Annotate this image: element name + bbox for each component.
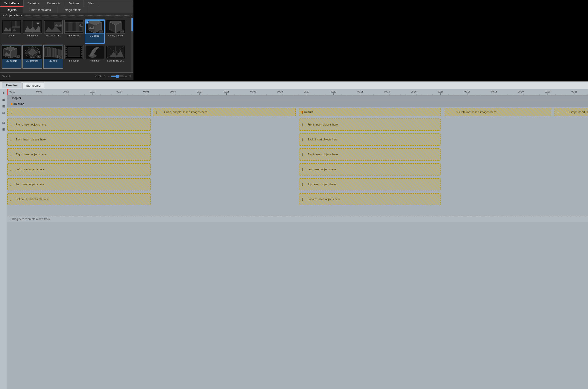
tab-text-effects[interactable]: Text effects (0, 0, 24, 7)
effect-3d-cuboid[interactable]: 3D 3D cuboid (1, 45, 22, 69)
svg-rect-48 (65, 56, 67, 57)
tab-fade-ins[interactable]: Fade-ins (24, 0, 43, 7)
badge-3d-rotation: 3D (37, 55, 41, 58)
ruler-subtick (582, 94, 582, 95)
effect-animator-label: Animator (85, 59, 104, 62)
ruler-tick-15: 00:15 (411, 91, 417, 95)
cuboid-insert-images[interactable]: ↓ (299, 108, 441, 116)
effect-picture-in-picture[interactable]: Picture-in-pi... (43, 19, 63, 44)
arrow-bottom-1: ↓ (9, 196, 12, 202)
ruler-tick-18: 00:18 (491, 91, 497, 95)
track-cuboid-bottom[interactable]: ↓ Bottom: Insert objects here (299, 193, 441, 205)
insert-arrow-3: ↓ (301, 109, 304, 115)
zoom-slider[interactable] (111, 75, 124, 78)
ruler-subtick (47, 94, 47, 95)
effect-cube-simple[interactable]: 3D Cube, simple (106, 19, 126, 44)
3d-cube-block-container: ↓ (7, 107, 152, 117)
tab-files[interactable]: Files (83, 0, 98, 7)
track-cuboid-back[interactable]: ↓ Back: Insert objects here (299, 133, 441, 146)
effect-ken-burns[interactable]: Ken Burns ef... (106, 45, 126, 69)
ruler-tick-17: 00:17 (464, 91, 470, 95)
track-3dcube-right[interactable]: ↓ Right: Insert objects here (7, 148, 151, 161)
tab-motions[interactable]: Motions (65, 0, 84, 7)
clear-search-icon[interactable]: ✕ (95, 75, 97, 78)
3d-strip-label: 3D strip: Insert images here (566, 110, 588, 114)
track-3dcube-left[interactable]: ↓ Left: Insert objects here (7, 163, 151, 175)
tool-icon-5[interactable]: ⊠ (1, 127, 6, 132)
insert-arrow-1: ↓ (10, 109, 12, 115)
3d-rotation-insert-images[interactable]: ↓ 3D rotation: Insert images here (445, 108, 551, 116)
effect-filmstrip[interactable]: Filmstrip (64, 45, 84, 69)
ruler-subtick (202, 94, 202, 95)
3d-rotation-label: 3D rotation: Insert images here (456, 110, 496, 114)
ruler-subtick (111, 94, 111, 95)
ruler-marks: 00:0000:0100:0200:0300:0400:0500:0600:07… (7, 89, 588, 95)
effects-scroll-thumb[interactable] (131, 18, 133, 32)
playhead[interactable] (7, 89, 8, 95)
arrow-back-1: ↓ (9, 137, 12, 142)
ruler-subtick (315, 94, 315, 95)
label-front-1: Front: Insert objects here (16, 123, 46, 126)
track-3dcube-bottom[interactable]: ↓ Bottom: Insert objects here (7, 193, 151, 205)
effect-3d-cube[interactable]: - 3D 3D cube (85, 19, 105, 44)
ruler-subtick (320, 94, 320, 95)
arrow-front-1: ↓ (9, 122, 12, 128)
track-cuboid-top[interactable]: ↓ Top: Insert objects here (299, 178, 441, 191)
tab-image-effects[interactable]: Image effects (58, 7, 88, 13)
effect-sublayout[interactable]: Sublayout (22, 19, 42, 44)
track-cuboid-left[interactable]: ↓ Left: Insert objects here (299, 163, 441, 175)
tool-icon-4[interactable]: ⊟ (1, 120, 6, 125)
effect-3d-cuboid-label: 3D cuboid (2, 60, 21, 62)
tab-storyboard[interactable]: Storyboard (22, 83, 45, 88)
tab-fade-outs[interactable]: Fade-outs (43, 0, 65, 7)
effects-scrollbar[interactable] (131, 18, 133, 72)
ruler-subtick (561, 94, 561, 95)
ruler-subtick (26, 94, 26, 95)
track-cuboid-right[interactable]: ↓ Right: Insert objects here (299, 148, 441, 161)
tool-icon-3[interactable]: ⊠ (1, 110, 6, 116)
ruler-subtick (192, 94, 192, 95)
group-collapse-btn[interactable]: − (8, 102, 10, 106)
ruler-subtick (309, 94, 309, 95)
arrow-top-1: ↓ (9, 181, 12, 187)
3d-cube-insert-images[interactable]: ↓ (7, 108, 151, 116)
zoom-minus-icon[interactable]: − (107, 74, 109, 78)
zoom-plus-icon[interactable]: + (125, 74, 127, 78)
tool-icon-2[interactable]: ⊟ (1, 104, 6, 109)
label-cuboid-back: Back: Insert objects here (308, 138, 337, 141)
effect-image-strip[interactable]: Image strip (64, 19, 84, 44)
tab-smart-templates[interactable]: Smart templates (23, 7, 58, 13)
effect-3d-strip[interactable]: 3D 3D strip (43, 45, 63, 69)
ruler-subtick (577, 94, 577, 95)
effect-3d-rotation[interactable]: 3D 3D rotation (22, 45, 42, 69)
svg-rect-17 (69, 22, 72, 32)
track-cuboid-front[interactable]: ↓ Front: Insert objects here (299, 119, 441, 131)
cube-simple-insert-images[interactable]: ↓ Cube, simple: Insert images here (153, 108, 296, 116)
playhead-tool-icon[interactable]: ⊞ (1, 90, 6, 96)
search-input[interactable] (2, 75, 93, 78)
track-3dcube-front[interactable]: ↓ Front: Insert objects here (7, 119, 151, 131)
tool-icon-1[interactable]: ⊞ (1, 97, 6, 102)
timeline-body: ⊞ ⊞ ⊟ ⊠ ⊟ ⊠ 00:0000:0100:0200:0300:0400:… (0, 89, 588, 389)
chapter-collapse-btn[interactable]: − (8, 97, 10, 100)
tab-timeline[interactable]: Timeline (2, 82, 22, 88)
star-icon[interactable]: ☆ (103, 75, 106, 78)
3d-strip-insert-images[interactable]: ↓ 3D strip: Insert images here (555, 108, 588, 116)
tab-objects[interactable]: Objects (0, 7, 23, 13)
settings-icon[interactable]: ⚙ (129, 75, 131, 78)
ruler-subtick (373, 94, 374, 95)
chapter-label: Chapter (11, 96, 21, 100)
group-label-3d-cube: 3D cube (13, 102, 24, 106)
track-3dcube-back[interactable]: ↓ Back: Insert objects here (7, 133, 151, 146)
svg-rect-52 (81, 53, 83, 55)
svg-rect-19 (76, 22, 79, 32)
effects-grid: Layout Sublayout (0, 18, 133, 70)
badge-3d-strip: 3D (58, 55, 62, 58)
effect-animator[interactable]: Animator (85, 45, 105, 69)
visibility-icon[interactable]: 👁 (98, 75, 102, 78)
effect-layout-label: Layout (2, 34, 21, 37)
svg-rect-51 (81, 51, 83, 52)
track-3dcube-top[interactable]: ↓ Top: Insert objects here (7, 178, 151, 191)
collapse-arrow[interactable]: ▼ (2, 14, 4, 17)
effect-layout[interactable]: Layout (1, 19, 22, 44)
